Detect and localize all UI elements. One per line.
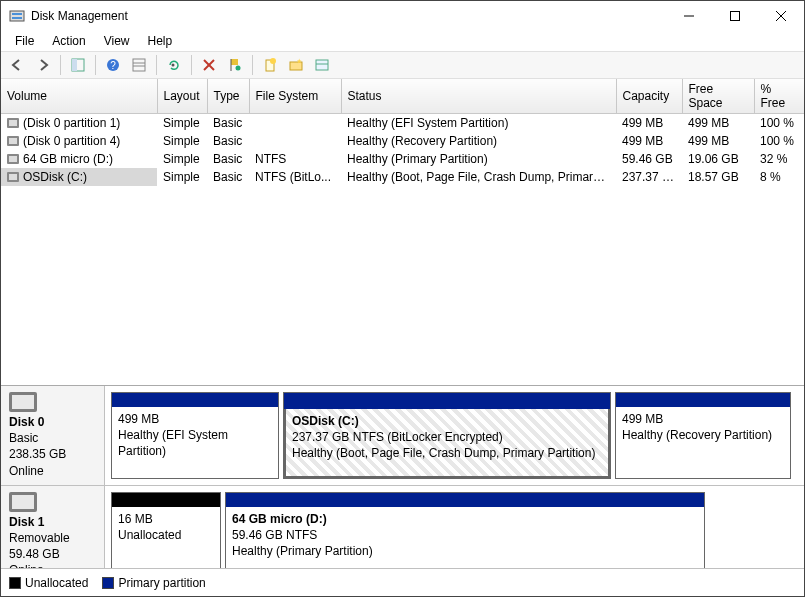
- col-volume[interactable]: Volume: [1, 79, 157, 114]
- col-pctfree[interactable]: % Free: [754, 79, 804, 114]
- new-item-button[interactable]: [258, 53, 282, 77]
- window-title: Disk Management: [31, 9, 666, 23]
- volume-icon: [7, 136, 19, 146]
- toolbar-separator: [95, 55, 96, 75]
- partition[interactable]: 16 MBUnallocated: [111, 492, 221, 568]
- svg-rect-2: [12, 17, 22, 19]
- toolbar-separator: [191, 55, 192, 75]
- col-status[interactable]: Status: [341, 79, 616, 114]
- disk-icon: [9, 392, 37, 412]
- partition-container: 16 MBUnallocated64 GB micro (D:)59.46 GB…: [105, 486, 804, 568]
- table-header-row: Volume Layout Type File System Status Ca…: [1, 79, 804, 114]
- close-button[interactable]: [758, 1, 804, 31]
- legend-primary: Primary partition: [102, 576, 205, 590]
- table-row[interactable]: 64 GB micro (D:)SimpleBasicNTFSHealthy (…: [1, 150, 804, 168]
- svg-rect-8: [72, 59, 77, 71]
- menu-view[interactable]: View: [96, 32, 138, 50]
- partition-cap: [112, 393, 278, 407]
- svg-rect-1: [12, 13, 22, 15]
- forward-button[interactable]: [31, 53, 55, 77]
- legend-unallocated: Unallocated: [9, 576, 88, 590]
- col-layout[interactable]: Layout: [157, 79, 207, 114]
- refresh-button[interactable]: [162, 53, 186, 77]
- col-type[interactable]: Type: [207, 79, 249, 114]
- partition[interactable]: 499 MBHealthy (EFI System Partition): [111, 392, 279, 479]
- volume-table: Volume Layout Type File System Status Ca…: [1, 79, 804, 186]
- col-capacity[interactable]: Capacity: [616, 79, 682, 114]
- partition-cap: [284, 393, 610, 409]
- col-filesystem[interactable]: File System: [249, 79, 341, 114]
- partition-container: 499 MBHealthy (EFI System Partition)OSDi…: [105, 386, 804, 485]
- back-button[interactable]: [5, 53, 29, 77]
- list-top-button[interactable]: [127, 53, 151, 77]
- delete-button[interactable]: [197, 53, 221, 77]
- toolbar-separator: [252, 55, 253, 75]
- menu-action[interactable]: Action: [44, 32, 93, 50]
- disk-meta[interactable]: Disk 1Removable59.48 GBOnline: [1, 486, 105, 568]
- svg-point-21: [270, 58, 276, 64]
- legend: Unallocated Primary partition: [1, 568, 804, 596]
- toolbar: ?: [1, 51, 804, 79]
- table-row[interactable]: OSDisk (C:)SimpleBasicNTFS (BitLo...Heal…: [1, 168, 804, 186]
- title-bar: Disk Management: [1, 1, 804, 31]
- svg-point-14: [172, 64, 175, 67]
- maximize-button[interactable]: [712, 1, 758, 31]
- app-icon: [9, 8, 25, 24]
- menu-help[interactable]: Help: [140, 32, 181, 50]
- disk-icon: [9, 492, 37, 512]
- toolbar-separator: [60, 55, 61, 75]
- partition[interactable]: OSDisk (C:)237.37 GB NTFS (BitLocker Enc…: [283, 392, 611, 479]
- volume-icon: [7, 118, 19, 128]
- menu-file[interactable]: File: [7, 32, 42, 50]
- partition-cap: [112, 493, 220, 507]
- partition[interactable]: 64 GB micro (D:)59.46 GB NTFSHealthy (Pr…: [225, 492, 705, 568]
- svg-rect-17: [231, 59, 238, 65]
- minimize-button[interactable]: [666, 1, 712, 31]
- volume-icon: [7, 154, 19, 164]
- flag-button[interactable]: [223, 53, 247, 77]
- disk-meta[interactable]: Disk 0Basic238.35 GBOnline: [1, 386, 105, 485]
- svg-rect-0: [10, 11, 24, 21]
- svg-rect-22: [290, 62, 302, 70]
- table-row[interactable]: (Disk 0 partition 4)SimpleBasicHealthy (…: [1, 132, 804, 150]
- volume-icon: [7, 172, 19, 182]
- table-row[interactable]: (Disk 0 partition 1)SimpleBasicHealthy (…: [1, 114, 804, 132]
- disk-row: Disk 1Removable59.48 GBOnline16 MBUnallo…: [1, 486, 804, 568]
- svg-rect-24: [316, 60, 328, 70]
- volume-list-pane[interactable]: Volume Layout Type File System Status Ca…: [1, 79, 804, 386]
- show-hide-button[interactable]: [66, 53, 90, 77]
- app-window: Disk Management File Action View Help ?: [0, 0, 805, 597]
- properties-button[interactable]: [310, 53, 334, 77]
- col-freespace[interactable]: Free Space: [682, 79, 754, 114]
- svg-rect-11: [133, 59, 145, 71]
- content-area: Volume Layout Type File System Status Ca…: [1, 79, 804, 596]
- partition-cap: [226, 493, 704, 507]
- svg-point-19: [236, 66, 241, 71]
- toolbar-separator: [156, 55, 157, 75]
- help-button[interactable]: ?: [101, 53, 125, 77]
- svg-rect-4: [731, 12, 740, 21]
- svg-text:?: ?: [110, 60, 116, 71]
- disk-row: Disk 0Basic238.35 GBOnline499 MBHealthy …: [1, 386, 804, 486]
- folder-star-button[interactable]: [284, 53, 308, 77]
- partition-cap: [616, 393, 790, 407]
- disk-map-pane[interactable]: Disk 0Basic238.35 GBOnline499 MBHealthy …: [1, 386, 804, 596]
- partition[interactable]: 499 MBHealthy (Recovery Partition): [615, 392, 791, 479]
- menu-bar: File Action View Help: [1, 31, 804, 51]
